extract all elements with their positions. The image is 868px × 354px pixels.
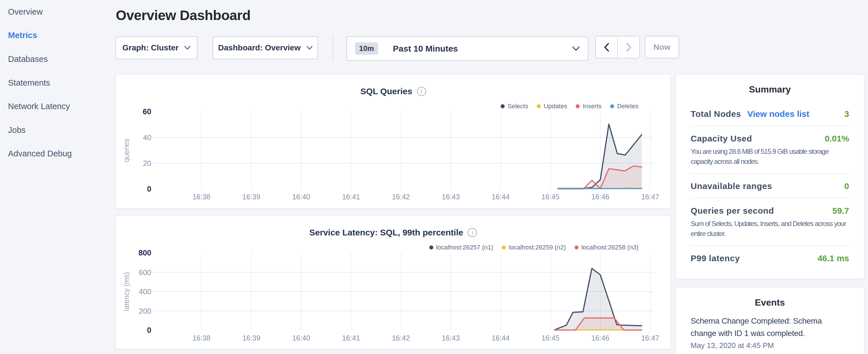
x-axis-tick-label: 16:40 xyxy=(292,193,310,201)
y-axis-tick-label: 40 xyxy=(143,133,151,142)
chart-title: SQL Queries xyxy=(360,87,412,96)
x-axis-tick-label: 16:42 xyxy=(392,334,410,342)
x-axis-tick-label: 16:47 xyxy=(641,334,659,342)
summary-row-description: Sum of Selects, Updates, Inserts, and De… xyxy=(691,219,849,238)
x-axis-tick-label: 16:42 xyxy=(392,193,410,201)
y-axis-label: queries xyxy=(122,139,130,162)
x-axis-tick-label: 16:46 xyxy=(591,334,610,342)
x-axis-tick-label: 16:38 xyxy=(192,334,211,342)
legend-item[interactable]: localhost:26257 (n1) xyxy=(429,244,493,251)
legend-label: Selects xyxy=(507,102,528,110)
summary-row-label: Queries per second xyxy=(691,206,774,216)
x-axis-tick-label: 16:43 xyxy=(442,193,460,201)
app-root: OverviewMetricsDatabasesStatementsNetwor… xyxy=(0,0,868,354)
chevron-left-icon xyxy=(604,43,609,52)
time-window-badge: 10m xyxy=(355,42,378,55)
sidebar-item-metrics[interactable]: Metrics xyxy=(0,24,109,47)
dashboard-dropdown-label: Dashboard: Overview xyxy=(218,43,301,53)
x-axis-tick-label: 16:39 xyxy=(242,193,260,201)
legend-dot xyxy=(502,246,506,250)
legend-item[interactable]: Updates xyxy=(537,102,567,110)
x-axis-tick-label: 16:46 xyxy=(591,193,610,201)
legend-label: Updates xyxy=(544,102,567,110)
x-axis-tick-label: 16:45 xyxy=(541,193,560,201)
time-back-button[interactable] xyxy=(596,36,618,58)
y-axis-tick-label: 0 xyxy=(147,185,151,193)
chevron-down-icon xyxy=(306,46,313,50)
dashboard-dropdown[interactable]: Dashboard: Overview xyxy=(213,36,318,59)
summary-row-label: Unavailable ranges xyxy=(691,181,772,191)
event-message: Schema Change Completed: Schema change w… xyxy=(691,315,831,340)
legend-dot xyxy=(537,104,541,108)
view-nodes-list-link[interactable]: View nodes list xyxy=(747,109,809,119)
chevron-down-icon xyxy=(572,46,580,51)
legend-label: localhost:26259 (n2) xyxy=(509,244,566,251)
x-axis-tick-label: 16:41 xyxy=(342,334,360,342)
legend-item[interactable]: Inserts xyxy=(576,102,601,110)
summary-row: P99 latency46.1 ms xyxy=(691,246,849,270)
chart-title-row: SQL Queries i xyxy=(116,87,671,96)
event-timestamp: May 13, 2020 at 4:45 PM xyxy=(691,341,849,350)
sidebar: OverviewMetricsDatabasesStatementsNetwor… xyxy=(0,0,109,354)
page-title: Overview Dashboard xyxy=(116,7,250,23)
summary-row-value: 3 xyxy=(844,109,849,119)
y-axis-tick-label: 20 xyxy=(143,159,151,167)
legend-item[interactable]: Selects xyxy=(501,102,528,110)
x-axis-tick-label: 16:45 xyxy=(541,334,560,342)
summary-title: Summary xyxy=(691,84,849,95)
legend-label: localhost:26258 (n3) xyxy=(582,244,639,251)
chart-panel-sql-queries: 020406016:3816:3916:4016:4116:4216:4316:… xyxy=(115,74,671,209)
controls-divider xyxy=(333,36,333,61)
x-axis-tick-label: 16:43 xyxy=(442,334,460,342)
events-panel: Events Schema Change Completed: Schema c… xyxy=(675,287,865,354)
time-range-dropdown[interactable]: 10m Past 10 Minutes xyxy=(346,36,588,61)
sidebar-item-network-latency[interactable]: Network Latency xyxy=(0,95,109,118)
y-axis-tick-label: 0 xyxy=(147,326,151,334)
x-axis-tick-label: 16:47 xyxy=(641,193,659,201)
summary-row-value: 46.1 ms xyxy=(817,254,849,263)
legend-item[interactable]: Deletes xyxy=(610,102,639,110)
x-axis-tick-label: 16:38 xyxy=(192,193,211,201)
sidebar-item-advanced-debug[interactable]: Advanced Debug xyxy=(0,142,109,166)
now-button[interactable]: Now xyxy=(645,36,679,58)
legend-item[interactable]: localhost:26258 (n3) xyxy=(575,244,639,251)
events-title: Events xyxy=(691,297,849,308)
time-forward-button[interactable] xyxy=(618,36,639,58)
y-axis-tick-label: 800 xyxy=(138,249,151,257)
summary-row-label: P99 latency xyxy=(691,254,740,263)
legend-label: localhost:26257 (n1) xyxy=(436,244,493,251)
y-axis-label: latency (ms) xyxy=(122,272,130,311)
summary-row-value: 59.7 xyxy=(833,206,849,216)
chart-title: Service Latency: SQL, 99th percentile xyxy=(309,228,463,237)
legend-dot xyxy=(610,104,614,108)
summary-row-value: 0.01% xyxy=(825,134,849,143)
chevron-right-icon xyxy=(626,43,631,52)
summary-row: Unavailable ranges0 xyxy=(691,174,849,198)
info-icon[interactable]: i xyxy=(417,87,426,96)
y-axis-tick-label: 60 xyxy=(143,107,151,116)
chevron-down-icon xyxy=(184,46,191,50)
y-axis-tick-label: 600 xyxy=(139,268,151,277)
y-axis-tick-label: 200 xyxy=(139,307,151,315)
graph-dropdown[interactable]: Graph: Cluster xyxy=(116,36,197,59)
legend-dot xyxy=(429,246,433,250)
time-nav-group xyxy=(595,36,640,58)
legend-dot xyxy=(576,104,580,108)
info-icon[interactable]: i xyxy=(468,228,477,237)
summary-panel: Summary Total NodesView nodes list3Capac… xyxy=(675,74,865,279)
summary-row-description: You are using 28.6 MiB of 515.9 GiB usab… xyxy=(691,147,849,166)
legend-dot xyxy=(501,104,505,108)
sidebar-item-jobs[interactable]: Jobs xyxy=(0,118,109,142)
x-axis-tick-label: 16:41 xyxy=(342,193,360,201)
time-window-label: Past 10 Minutes xyxy=(393,44,458,54)
x-axis-tick-label: 16:44 xyxy=(492,334,510,342)
chart-panel-service-latency: 020040060080016:3816:3916:4016:4116:4216… xyxy=(115,215,671,349)
legend-dot xyxy=(575,246,579,250)
summary-row: Total NodesView nodes list3 xyxy=(691,102,849,126)
sidebar-item-statements[interactable]: Statements xyxy=(0,71,109,95)
chart-legend: localhost:26257 (n1)localhost:26259 (n2)… xyxy=(429,244,639,251)
legend-item[interactable]: localhost:26259 (n2) xyxy=(502,244,566,251)
sidebar-item-databases[interactable]: Databases xyxy=(0,47,109,71)
legend-label: Inserts xyxy=(583,102,601,110)
sidebar-item-overview[interactable]: Overview xyxy=(0,0,109,24)
